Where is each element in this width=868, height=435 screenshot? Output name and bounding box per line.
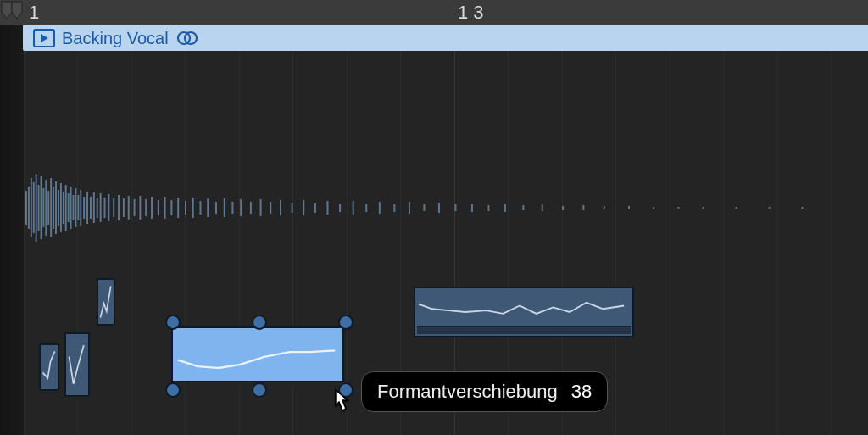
svg-rect-55 — [240, 199, 242, 216]
svg-rect-16 — [53, 187, 54, 229]
audio-waveform — [25, 170, 851, 246]
svg-rect-82 — [653, 207, 654, 209]
svg-rect-31 — [93, 192, 95, 223]
svg-rect-9 — [36, 174, 37, 242]
svg-rect-15 — [50, 178, 52, 237]
svg-rect-35 — [108, 194, 109, 221]
svg-rect-13 — [45, 180, 47, 236]
svg-rect-37 — [118, 195, 120, 220]
svg-rect-54 — [232, 202, 234, 214]
svg-rect-68 — [393, 204, 395, 212]
svg-rect-32 — [97, 198, 98, 218]
flex-pitch-note[interactable] — [97, 278, 115, 326]
svg-rect-41 — [139, 196, 141, 220]
note-handle-top-center[interactable] — [252, 315, 267, 330]
svg-rect-39 — [128, 196, 130, 220]
svg-rect-11 — [41, 176, 42, 239]
svg-rect-6 — [28, 187, 30, 229]
svg-rect-84 — [703, 207, 704, 209]
svg-marker-0 — [2, 2, 12, 19]
svg-rect-18 — [58, 190, 59, 226]
play-icon — [33, 29, 55, 47]
svg-rect-57 — [260, 199, 262, 216]
svg-rect-42 — [145, 199, 147, 216]
svg-rect-47 — [177, 198, 179, 218]
svg-rect-86 — [769, 207, 771, 209]
svg-rect-7 — [31, 178, 32, 237]
svg-rect-53 — [224, 198, 225, 217]
svg-rect-52 — [215, 202, 217, 214]
svg-rect-40 — [134, 199, 136, 216]
svg-rect-63 — [327, 201, 329, 215]
ruler-label-bar1: 1 — [29, 2, 39, 24]
note-handle-top-left[interactable] — [165, 315, 181, 330]
svg-rect-12 — [42, 188, 44, 227]
tooltip-value: 38 — [571, 381, 592, 403]
svg-rect-74 — [487, 205, 489, 211]
svg-rect-64 — [339, 204, 341, 212]
svg-rect-81 — [628, 206, 630, 209]
tooltip-label: Formantverschiebung — [377, 381, 558, 403]
svg-rect-33 — [100, 193, 102, 222]
svg-rect-29 — [86, 192, 88, 224]
svg-rect-20 — [63, 192, 64, 224]
timeline-ruler[interactable]: 1 1 3 — [0, 0, 868, 26]
svg-rect-38 — [123, 198, 125, 217]
note-handle-formant[interactable] — [338, 382, 353, 398]
svg-rect-75 — [504, 204, 506, 212]
svg-rect-19 — [60, 183, 62, 232]
svg-rect-73 — [471, 204, 473, 212]
svg-rect-28 — [83, 197, 85, 219]
svg-rect-61 — [303, 200, 304, 215]
svg-rect-49 — [192, 198, 194, 218]
track-gutter — [0, 25, 25, 435]
note-handle-bottom-center[interactable] — [252, 382, 267, 398]
flex-pitch-note[interactable] — [64, 332, 90, 397]
svg-rect-69 — [409, 202, 410, 214]
playhead-marker[interactable] — [0, 0, 25, 25]
svg-rect-62 — [314, 203, 316, 213]
svg-rect-76 — [522, 205, 524, 210]
svg-rect-44 — [158, 200, 159, 215]
svg-rect-87 — [802, 207, 804, 209]
svg-rect-58 — [270, 202, 271, 214]
svg-rect-71 — [438, 203, 440, 213]
note-handle-top-right[interactable] — [338, 315, 353, 330]
svg-rect-17 — [55, 181, 57, 234]
svg-rect-22 — [68, 193, 70, 222]
svg-rect-46 — [170, 200, 172, 215]
svg-rect-43 — [151, 197, 153, 219]
svg-rect-14 — [47, 191, 49, 225]
note-handle-bottom-left[interactable] — [165, 382, 181, 398]
svg-rect-59 — [280, 200, 281, 215]
svg-rect-50 — [200, 201, 202, 215]
svg-rect-77 — [542, 204, 543, 211]
svg-rect-65 — [353, 201, 354, 215]
flex-pitch-note[interactable] — [39, 343, 59, 391]
flex-pitch-note-selected[interactable] — [171, 326, 344, 382]
svg-rect-30 — [90, 197, 92, 219]
svg-rect-85 — [736, 207, 737, 209]
svg-rect-36 — [113, 198, 114, 217]
track-lane[interactable]: Formantverschiebung 38 — [24, 51, 868, 435]
svg-marker-2 — [41, 34, 48, 42]
svg-rect-21 — [65, 185, 67, 231]
flex-pitch-note[interactable] — [414, 287, 634, 337]
svg-rect-70 — [423, 204, 425, 211]
svg-rect-5 — [25, 191, 27, 225]
svg-rect-24 — [73, 195, 75, 220]
stereo-icon — [175, 31, 199, 46]
svg-rect-83 — [677, 207, 679, 209]
svg-rect-27 — [80, 190, 81, 226]
svg-rect-45 — [164, 197, 166, 219]
svg-rect-80 — [604, 206, 605, 209]
svg-rect-79 — [582, 205, 584, 210]
svg-rect-51 — [207, 198, 209, 217]
svg-rect-10 — [38, 185, 40, 231]
svg-marker-1 — [12, 2, 22, 19]
audio-editor: 1 1 3 Backing Vocal — [0, 0, 868, 435]
svg-rect-8 — [33, 182, 35, 233]
region-header[interactable]: Backing Vocal — [23, 25, 868, 51]
svg-rect-56 — [250, 202, 252, 214]
svg-rect-67 — [379, 202, 381, 214]
